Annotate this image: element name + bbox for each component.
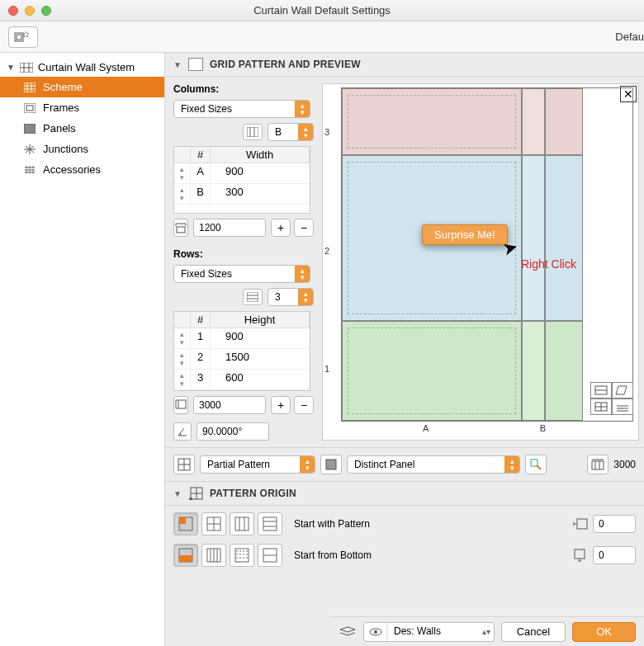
stepper-icon[interactable]: ▴▾ xyxy=(174,349,191,369)
origin-pattern-opt-4[interactable] xyxy=(258,512,282,535)
columns-mode-dropdown[interactable]: Fixed Sizes ▴▾ xyxy=(173,100,310,118)
stepper-icon[interactable]: ▴▾ xyxy=(174,370,191,389)
table-row[interactable]: ▴▾ B 300 xyxy=(174,184,310,205)
chevron-updown-icon: ▴▾ xyxy=(479,623,494,641)
origin-pattern-opt-3[interactable] xyxy=(230,512,254,535)
stepper-icon[interactable]: ▴▾ xyxy=(174,184,191,204)
dropdown-text: Fixed Sizes xyxy=(174,266,295,282)
grid-section-header[interactable]: ▼ GRID PATTERN AND PREVIEW xyxy=(165,53,644,77)
offset-y-icon xyxy=(573,549,588,562)
table-row[interactable]: ▴▾ 1 900 xyxy=(174,328,310,349)
table-row[interactable]: ▴▾ 3 600 xyxy=(174,370,310,390)
chevron-updown-icon: ▴▾ xyxy=(298,289,313,305)
scheme-icon xyxy=(23,82,36,93)
offset-y-input[interactable] xyxy=(593,546,636,564)
view-front-button[interactable] xyxy=(590,382,612,398)
cell-val[interactable]: 1500 xyxy=(211,349,310,369)
content: ▼ GRID PATTERN AND PREVIEW Columns: Fixe… xyxy=(165,53,644,646)
origin-bottom-opt-3[interactable] xyxy=(230,544,254,567)
footer: Des: Walls ▴▾ Cancel OK xyxy=(330,616,644,646)
cell-val[interactable]: 900 xyxy=(211,328,310,348)
cell-val[interactable]: 900 xyxy=(211,163,310,183)
pattern-icon-button[interactable] xyxy=(173,455,195,474)
context-menu-item[interactable]: Surprise Me! xyxy=(422,224,508,245)
grid-rows-button[interactable] xyxy=(243,289,263,305)
preview-chart[interactable] xyxy=(341,87,633,422)
origin-body: Start with Pattern Start from Bottom xyxy=(165,506,644,573)
layer-dropdown[interactable]: Des: Walls ▴▾ xyxy=(363,622,495,642)
axis-label: B xyxy=(540,423,546,433)
chevron-updown-icon: ▴▾ xyxy=(298,124,313,140)
origin-bottom-opt-4[interactable] xyxy=(258,544,282,567)
sidebar-item-junctions[interactable]: Junctions xyxy=(0,139,164,159)
svg-rect-64 xyxy=(575,549,585,559)
origin-pattern-opt-2[interactable] xyxy=(201,512,226,535)
height-total-icon xyxy=(173,396,188,414)
pick-button[interactable] xyxy=(525,455,547,474)
svg-rect-34 xyxy=(326,460,336,469)
svg-rect-1 xyxy=(17,35,21,40)
rows-total-input[interactable] xyxy=(193,396,266,414)
sidebar-item-panels[interactable]: Panels xyxy=(0,118,164,139)
view-3d-button[interactable] xyxy=(612,398,633,415)
origin-bottom-opt-1[interactable] xyxy=(173,544,198,567)
panel-icon-button[interactable] xyxy=(320,455,342,474)
table-row[interactable]: ▴▾ 2 1500 xyxy=(174,349,310,370)
svg-rect-13 xyxy=(24,124,36,134)
add-column-button[interactable]: + xyxy=(271,219,291,237)
axis-label: 2 xyxy=(324,246,329,256)
cell-val[interactable]: 300 xyxy=(211,184,310,204)
tree-root[interactable]: ▼ Curtain Wall System xyxy=(0,58,164,77)
offset-x-input[interactable] xyxy=(593,515,636,533)
accessories-icon xyxy=(23,164,36,176)
origin-label: Start with Pattern xyxy=(294,518,370,530)
context-menu-label: Surprise Me! xyxy=(434,229,495,241)
cell-idx: A xyxy=(191,163,211,183)
svg-rect-36 xyxy=(592,461,604,469)
origin-bottom-opt-2[interactable] xyxy=(201,544,226,567)
svg-rect-18 xyxy=(247,127,258,137)
view-mode-buttons xyxy=(590,382,633,415)
rows-mode-dropdown[interactable]: Fixed Sizes ▴▾ xyxy=(173,265,310,283)
chevron-updown-icon: ▴▾ xyxy=(300,456,315,473)
sidebar-item-frames[interactable]: Frames xyxy=(0,97,164,118)
table-row[interactable]: ▴▾ A 900 xyxy=(174,163,310,184)
cancel-button[interactable]: Cancel xyxy=(501,622,566,642)
stepper-icon[interactable]: ▴▾ xyxy=(174,163,191,183)
row-select-dropdown[interactable]: 3 ▴▾ xyxy=(268,288,314,306)
table-header: # xyxy=(191,312,211,328)
section-title: PATTERN ORIGIN xyxy=(210,488,296,499)
add-row-button[interactable]: + xyxy=(271,396,291,414)
ok-button[interactable]: OK xyxy=(572,622,636,642)
remove-row-button[interactable]: − xyxy=(294,396,314,414)
svg-rect-6 xyxy=(24,83,36,92)
cell-val[interactable]: 600 xyxy=(211,370,310,389)
width-total-icon xyxy=(173,219,188,237)
column-select-dropdown[interactable]: B ▴▾ xyxy=(268,123,314,141)
grid-preview[interactable]: ✕ 1 2 3 A B xyxy=(322,83,639,441)
window-title: Curtain Wall Default Settings xyxy=(0,4,644,17)
dropdown-text: B xyxy=(268,124,298,140)
curtain-wall-icon xyxy=(20,62,33,73)
view-grid-button[interactable] xyxy=(590,398,612,415)
view-side-button[interactable] xyxy=(612,382,633,398)
svg-rect-12 xyxy=(26,106,33,111)
panel-mode-dropdown[interactable]: Distinct Panel ▴▾ xyxy=(347,455,520,474)
disclosure-icon: ▼ xyxy=(7,63,15,72)
sidebar-item-accessories[interactable]: Accessories xyxy=(0,159,164,180)
columns-total-input[interactable] xyxy=(193,219,266,237)
favorites-button[interactable] xyxy=(8,26,38,48)
origin-section-header[interactable]: ▼ PATTERN ORIGIN xyxy=(165,482,644,506)
svg-rect-22 xyxy=(247,292,258,302)
svg-rect-54 xyxy=(577,519,587,529)
sidebar-item-scheme[interactable]: Scheme xyxy=(0,77,164,97)
stepper-icon[interactable]: ▴▾ xyxy=(174,328,191,348)
origin-label: Start from Bottom xyxy=(294,549,372,561)
frames-icon xyxy=(23,102,36,114)
table-header: Width xyxy=(211,147,310,163)
remove-column-button[interactable]: − xyxy=(294,219,314,237)
angle-input[interactable] xyxy=(197,422,269,441)
pattern-mode-dropdown[interactable]: Partial Pattern ▴▾ xyxy=(200,455,315,474)
origin-pattern-opt-1[interactable] xyxy=(173,512,198,535)
grid-columns-button[interactable] xyxy=(243,124,263,140)
